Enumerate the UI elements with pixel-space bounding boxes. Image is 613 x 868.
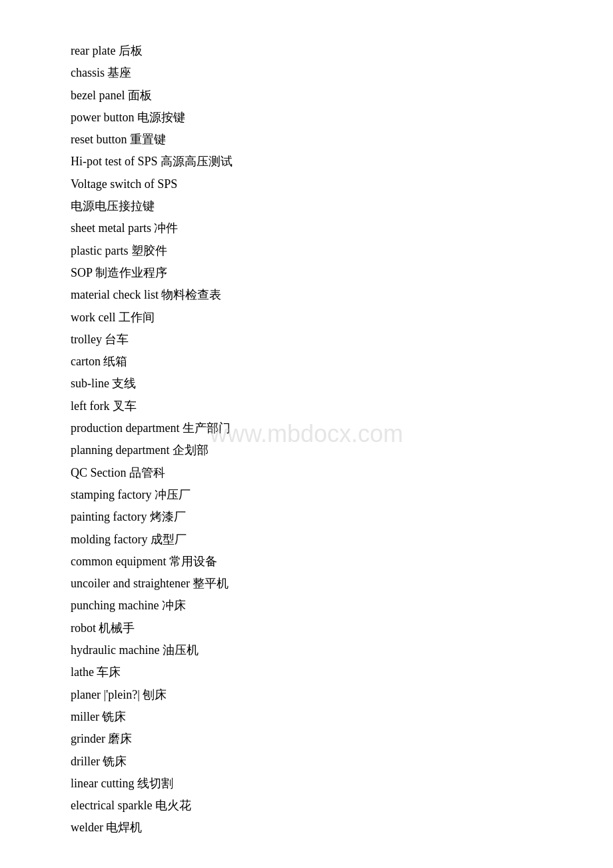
list-item: planning department 企划部 [71,439,542,461]
list-item: material check list 物料检查表 [71,284,542,306]
list-item: bezel panel 面板 [71,85,542,107]
list-item: hydraulic machine 油压机 [71,639,542,661]
list-item: miller 铣床 [71,706,542,728]
list-item: uncoiler and straightener 整平机 [71,573,542,595]
list-item: rear plate 后板 [71,40,542,62]
list-item: work cell 工作间 [71,307,542,329]
list-item: power button 电源按键 [71,107,542,129]
list-item: left fork 叉车 [71,395,542,417]
list-item: linear cutting 线切割 [71,773,542,795]
list-item: Voltage switch of SPS [71,173,542,195]
list-item: plastic parts 塑胶件 [71,240,542,262]
list-item: SOP 制造作业程序 [71,262,542,284]
list-item: production department 生产部门 [71,417,542,439]
list-item: carton 纸箱 [71,351,542,373]
list-item: 电源电压接拉键 [71,195,542,217]
list-item: chassis 基座 [71,62,542,84]
list-item: reset button 重置键 [71,129,542,151]
list-item: sub-line 支线 [71,373,542,395]
list-item: robot 机械手 [71,617,542,639]
list-item: trolley 台车 [71,329,542,351]
list-item: Hi-pot test of SPS 高源高压测试 [71,151,542,173]
list-item: lathe 车床 [71,661,542,683]
list-item: driller 铣床 [71,751,542,773]
content-list: rear plate 后板chassis 基座bezel panel 面板pow… [71,40,542,839]
list-item: QC Section 品管科 [71,462,542,484]
list-item: painting factory 烤漆厂 [71,506,542,528]
list-item: molding factory 成型厂 [71,529,542,551]
list-item: grinder 磨床 [71,728,542,750]
list-item: common equipment 常用设备 [71,551,542,573]
list-item: sheet metal parts 冲件 [71,217,542,239]
list-item: stamping factory 冲压厂 [71,484,542,506]
list-item: electrical sparkle 电火花 [71,795,542,817]
list-item: planer |'plein?| 刨床 [71,684,542,706]
list-item: welder 电焊机 [71,817,542,839]
list-item: punching machine 冲床 [71,595,542,617]
